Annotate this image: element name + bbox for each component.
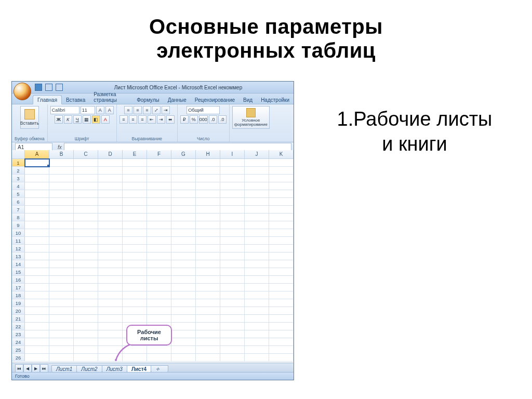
row-header[interactable]: 14 — [12, 260, 25, 268]
cell[interactable] — [123, 221, 147, 229]
cell[interactable] — [245, 198, 269, 206]
cell[interactable] — [171, 167, 196, 175]
cell[interactable] — [171, 307, 196, 315]
cell[interactable] — [123, 214, 147, 221]
cell[interactable] — [74, 330, 98, 338]
row-header[interactable]: 3 — [12, 175, 25, 182]
sheet-nav-prev[interactable]: ◀ — [23, 364, 32, 373]
font-size-combo[interactable]: 11 — [81, 106, 95, 114]
cell[interactable] — [98, 182, 123, 190]
undo-icon[interactable] — [45, 84, 52, 91]
cell[interactable] — [171, 346, 196, 354]
cell[interactable] — [49, 214, 74, 221]
cell[interactable] — [49, 284, 74, 291]
cell[interactable] — [147, 159, 171, 167]
col-header[interactable]: H — [196, 150, 220, 158]
cell[interactable] — [25, 221, 49, 229]
cell[interactable] — [269, 268, 294, 276]
cell[interactable] — [245, 291, 269, 299]
cell[interactable] — [123, 159, 147, 167]
comma-button[interactable]: 000 — [199, 115, 208, 124]
cell[interactable] — [147, 307, 171, 315]
tab-addins[interactable]: Надстройки — [257, 96, 294, 104]
select-all-corner[interactable] — [12, 150, 25, 158]
cell[interactable] — [220, 198, 245, 206]
cell[interactable] — [171, 159, 196, 167]
cell[interactable] — [49, 330, 74, 338]
cell[interactable] — [245, 167, 269, 175]
cell[interactable] — [220, 167, 245, 175]
tab-review[interactable]: Рецензирование — [191, 96, 239, 104]
row-header[interactable]: 20 — [12, 307, 25, 315]
cell[interactable] — [196, 159, 220, 167]
cell[interactable] — [123, 315, 147, 323]
row-header[interactable]: 7 — [12, 206, 25, 214]
sheet-tab-4[interactable]: Лист4 — [127, 365, 151, 373]
cell[interactable] — [171, 323, 196, 330]
sheet-nav-first[interactable]: ⏮ — [15, 364, 23, 373]
cell[interactable] — [147, 167, 171, 175]
cell[interactable] — [98, 291, 123, 299]
row-header[interactable]: 17 — [12, 284, 25, 291]
cell[interactable] — [98, 237, 123, 245]
cell[interactable] — [74, 299, 98, 307]
cell[interactable] — [98, 167, 123, 175]
col-header[interactable]: J — [245, 150, 269, 158]
cell[interactable] — [245, 307, 269, 315]
cell[interactable] — [25, 299, 49, 307]
cell[interactable] — [74, 260, 98, 268]
cell[interactable] — [25, 237, 49, 245]
cell[interactable] — [25, 214, 49, 221]
cell[interactable] — [220, 330, 245, 338]
underline-button[interactable]: Ч — [73, 115, 82, 124]
cell[interactable] — [245, 252, 269, 260]
cell[interactable] — [74, 214, 98, 221]
cell[interactable] — [196, 276, 220, 284]
cell[interactable] — [74, 284, 98, 291]
cell[interactable] — [269, 291, 294, 299]
cell[interactable] — [245, 206, 269, 214]
cell[interactable] — [49, 354, 74, 362]
cell[interactable] — [49, 245, 74, 252]
cell[interactable] — [49, 346, 74, 354]
col-header[interactable]: E — [123, 150, 147, 158]
cell[interactable] — [220, 260, 245, 268]
cell[interactable] — [74, 268, 98, 276]
cell[interactable] — [74, 206, 98, 214]
wrap-text-button[interactable]: ⇥ — [162, 106, 170, 114]
cell[interactable] — [220, 315, 245, 323]
cell[interactable] — [245, 175, 269, 182]
cell[interactable] — [74, 307, 98, 315]
cell[interactable] — [147, 175, 171, 182]
cell[interactable] — [196, 268, 220, 276]
cell[interactable] — [25, 268, 49, 276]
cell[interactable] — [171, 206, 196, 214]
cell[interactable] — [171, 198, 196, 206]
decrease-indent-button[interactable]: ⇤ — [148, 115, 156, 124]
cell[interactable] — [49, 190, 74, 198]
cell[interactable] — [25, 206, 49, 214]
cell[interactable] — [245, 299, 269, 307]
cell[interactable] — [171, 260, 196, 268]
align-right-button[interactable]: ≡ — [138, 115, 147, 124]
cell[interactable] — [98, 330, 123, 338]
cell[interactable] — [269, 182, 294, 190]
cell[interactable] — [269, 245, 294, 252]
cell[interactable] — [245, 159, 269, 167]
cell[interactable] — [49, 260, 74, 268]
cell[interactable] — [147, 245, 171, 252]
col-header[interactable]: A — [25, 150, 49, 158]
cell[interactable] — [196, 291, 220, 299]
cell[interactable] — [220, 214, 245, 221]
cell[interactable] — [220, 175, 245, 182]
cell[interactable] — [49, 206, 74, 214]
tab-formulas[interactable]: Формулы — [132, 96, 164, 104]
orientation-button[interactable]: ⤢ — [152, 106, 161, 114]
sheet-tab-2[interactable]: Лист2 — [76, 365, 102, 373]
cell[interactable] — [147, 190, 171, 198]
cell[interactable] — [147, 284, 171, 291]
row-header[interactable]: 23 — [12, 330, 25, 338]
sheet-nav-last[interactable]: ⏭ — [40, 364, 48, 373]
cell[interactable] — [269, 237, 294, 245]
cell[interactable] — [49, 198, 74, 206]
